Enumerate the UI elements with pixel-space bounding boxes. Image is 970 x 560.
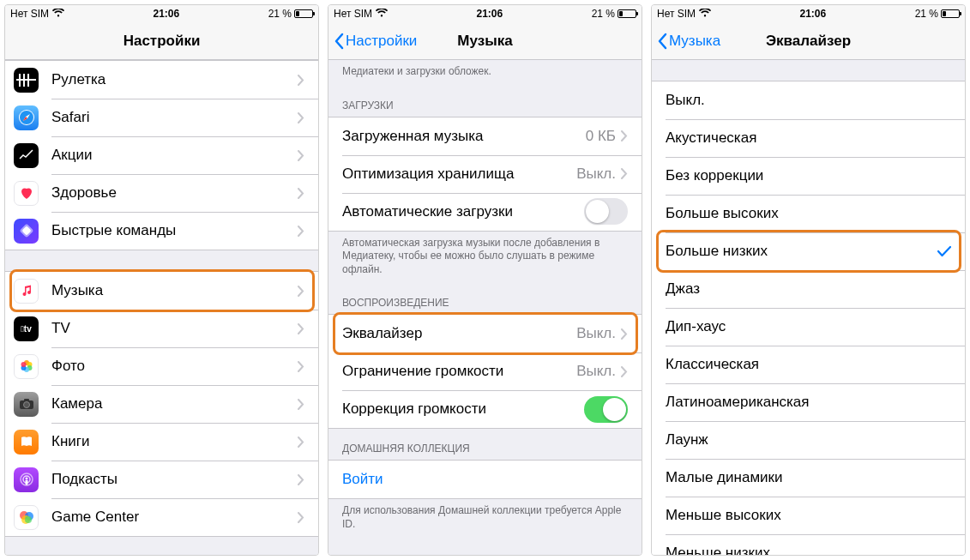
- measure-icon: [14, 68, 39, 93]
- eq-option[interactable]: Акустическая: [652, 119, 965, 157]
- row-auto-downloads: Автоматические загрузки: [328, 193, 642, 231]
- time-label: 21:06: [477, 8, 503, 20]
- chevron-right-icon: [298, 112, 304, 123]
- chevron-right-icon: [298, 361, 304, 372]
- music-settings-list[interactable]: Медиатеки и загрузки обложек. ЗАГРУЗКИ З…: [328, 60, 642, 555]
- eq-option[interactable]: Классическая: [652, 346, 965, 383]
- row-label: Выкл.: [666, 92, 951, 109]
- health-icon: [14, 181, 39, 206]
- row-label: Больше высоких: [666, 205, 951, 222]
- page-title: Настройки: [124, 33, 201, 50]
- eq-option[interactable]: Малые динамики: [652, 459, 965, 497]
- row-sign-in[interactable]: Войти: [328, 461, 642, 498]
- settings-row-health[interactable]: Здоровье: [5, 174, 318, 212]
- wifi-icon: [699, 8, 711, 20]
- section-footer: Автоматическая загрузка музыки после доб…: [328, 232, 642, 284]
- toggle-sound-check[interactable]: [584, 396, 628, 423]
- row-label: Камера: [51, 395, 298, 412]
- eq-option[interactable]: Больше низких: [652, 232, 965, 270]
- tv-icon: tv: [14, 316, 39, 341]
- row-label: Загруженная музыка: [342, 128, 586, 145]
- settings-row-photos[interactable]: Фото: [5, 347, 318, 385]
- back-button[interactable]: Музыка: [652, 33, 720, 50]
- status-bar: Нет SIM 21:06 21 %: [652, 5, 965, 22]
- chevron-right-icon: [298, 286, 304, 297]
- row-label: Книги: [51, 433, 298, 450]
- row-label: Быстрые команды: [51, 222, 298, 239]
- row-label: Войти: [342, 471, 628, 488]
- row-equalizer[interactable]: Эквалайзер Выкл.: [328, 315, 642, 352]
- nav-bar: Настройки Музыка: [328, 22, 642, 60]
- row-optimize-storage[interactable]: Оптимизация хранилища Выкл.: [328, 155, 642, 193]
- row-sound-check: Коррекция громкости: [328, 390, 642, 428]
- row-label: Лаунж: [666, 431, 951, 449]
- battery-icon: [941, 9, 960, 18]
- settings-row-measure[interactable]: Рулетка: [5, 61, 318, 99]
- settings-row-books[interactable]: Книги: [5, 423, 318, 461]
- time-label: 21:06: [154, 8, 180, 20]
- time-label: 21:06: [800, 8, 827, 20]
- carrier-label: Нет SIM: [334, 8, 372, 20]
- back-label: Музыка: [669, 33, 720, 50]
- chevron-right-icon: [298, 75, 304, 86]
- settings-row-game-center[interactable]: Game Center: [5, 498, 318, 536]
- wifi-icon: [376, 8, 388, 20]
- section-header-home-sharing: ДОМАШНЯЯ КОЛЛЕКЦИЯ: [328, 429, 642, 460]
- back-button[interactable]: Настройки: [328, 33, 417, 50]
- row-label: Меньше низких: [666, 545, 951, 555]
- settings-row-tv[interactable]: tv TV: [5, 310, 318, 347]
- eq-option[interactable]: Больше высоких: [652, 195, 965, 232]
- battery-pct-label: 21 %: [592, 8, 615, 20]
- row-value: Выкл.: [576, 363, 616, 380]
- status-bar: Нет SIM 21:06 21 %: [328, 5, 642, 22]
- settings-row-music[interactable]: Музыка: [5, 272, 318, 310]
- row-label: Ограничение громкости: [342, 363, 576, 380]
- eq-option[interactable]: Лаунж: [652, 421, 965, 459]
- shortcuts-icon: [14, 219, 39, 244]
- stocks-icon: [14, 143, 39, 168]
- wifi-icon: [52, 8, 64, 20]
- row-label: Латиноамериканская: [666, 394, 951, 411]
- music-icon: [14, 279, 39, 304]
- battery-pct-label: 21 %: [268, 8, 292, 20]
- row-label: Автоматические загрузки: [342, 203, 584, 220]
- music-settings-screen: Нет SIM 21:06 21 % Настройки Музыка Меди…: [328, 4, 642, 556]
- nav-bar: Музыка Эквалайзер: [652, 22, 965, 60]
- settings-row-podcasts[interactable]: Подкасты: [5, 461, 318, 498]
- eq-option[interactable]: Джаз: [652, 270, 965, 308]
- carrier-label: Нет SIM: [657, 8, 696, 20]
- settings-list[interactable]: Рулетка Safari Акции Здоровье Быстрые ко: [5, 60, 318, 555]
- settings-row-shortcuts[interactable]: Быстрые команды: [5, 212, 318, 250]
- row-label: Малые динамики: [666, 469, 951, 486]
- settings-row-safari[interactable]: Safari: [5, 99, 318, 136]
- row-label: Game Center: [51, 509, 298, 526]
- row-label: Оптимизация хранилища: [342, 166, 576, 183]
- toggle-auto-downloads[interactable]: [584, 198, 628, 225]
- photos-icon: [14, 354, 39, 379]
- eq-option[interactable]: Меньше низких: [652, 534, 965, 555]
- chevron-right-icon: [621, 328, 628, 340]
- page-title: Музыка: [457, 33, 512, 50]
- row-label: Классическая: [666, 356, 951, 373]
- row-label: Без коррекции: [666, 167, 951, 184]
- camera-icon: [14, 392, 39, 417]
- section-footer: Для использования Домашней коллекции тре…: [328, 499, 642, 538]
- eq-option[interactable]: Без коррекции: [652, 157, 965, 195]
- eq-option[interactable]: Латиноамериканская: [652, 383, 965, 421]
- back-label: Настройки: [346, 33, 417, 50]
- settings-row-camera[interactable]: Камера: [5, 385, 318, 423]
- carrier-label: Нет SIM: [10, 8, 49, 20]
- svg-point-11: [23, 402, 29, 408]
- chevron-right-icon: [298, 474, 304, 485]
- row-volume-limit[interactable]: Ограничение громкости Выкл.: [328, 352, 642, 390]
- checkmark-icon: [937, 245, 951, 257]
- row-downloaded-music[interactable]: Загруженная музыка 0 КБ: [328, 117, 642, 155]
- eq-option[interactable]: Меньше высоких: [652, 497, 965, 534]
- eq-option[interactable]: Дип-хаус: [652, 308, 965, 346]
- battery-pct-label: 21 %: [915, 8, 938, 20]
- books-icon: [14, 430, 39, 455]
- equalizer-list[interactable]: Выкл.АкустическаяБез коррекцииБольше выс…: [652, 60, 965, 555]
- chevron-left-icon: [657, 33, 667, 50]
- eq-option[interactable]: Выкл.: [652, 81, 965, 119]
- settings-row-stocks[interactable]: Акции: [5, 136, 318, 174]
